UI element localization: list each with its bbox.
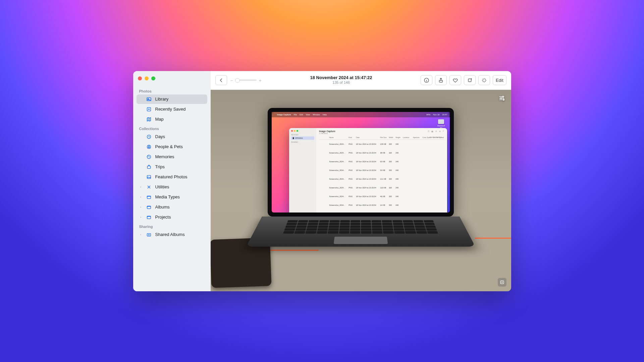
sidebar-item-label: Map — [155, 117, 164, 122]
svg-point-17 — [502, 96, 503, 97]
close-button[interactable] — [138, 76, 142, 80]
folder-icon — [146, 194, 152, 200]
sidebar-item-label: Memories — [155, 154, 174, 159]
sidebar-item-label: Shared Albums — [155, 232, 185, 237]
sidebar-item-label: Library — [155, 97, 169, 102]
sidebar-item-memories[interactable]: Memories — [137, 152, 207, 162]
title-block: 18 November 2024 at 15:47:22 135 of 146 — [265, 75, 417, 85]
table-row: Screenshot_2024...PNG18 Nov 2024 at 15:3… — [319, 201, 444, 209]
memories-icon — [146, 154, 152, 160]
photo-viewer[interactable]: Image Capture File Edit View Window Help… — [211, 90, 511, 291]
live-text-button[interactable] — [498, 278, 506, 287]
sidebar-item-shared-albums[interactable]: ›Shared Albums — [137, 230, 207, 239]
section-sharing: Sharing — [137, 223, 207, 229]
sidebar-item-label: Utilities — [155, 184, 169, 189]
sidebar-item-albums[interactable]: ›Albums — [137, 202, 207, 212]
tools-icon — [146, 184, 152, 190]
ic-device: 📱 CPH2411 — [291, 136, 315, 140]
share-button[interactable] — [435, 75, 447, 85]
back-button[interactable] — [215, 75, 227, 85]
sidebar: Photos Library Recently Saved Map Collec… — [133, 71, 211, 291]
svg-rect-7 — [147, 166, 150, 168]
ic-sidebar: DEVICES 📱 CPH2411 SHARED — [289, 128, 317, 213]
favorite-button[interactable] — [449, 75, 461, 85]
section-photos: Photos — [137, 87, 207, 94]
sidebar-item-library[interactable]: Library — [137, 95, 207, 104]
adjust-overlay-button[interactable] — [497, 95, 506, 102]
sidebar-item-utilities[interactable]: ›Utilities — [137, 182, 207, 192]
table-row: Screenshot_2024...PNG18 Nov 2024 at 15:3… — [319, 157, 444, 166]
sidebar-item-people-pets[interactable]: People & Pets — [137, 142, 207, 152]
svg-rect-20 — [500, 281, 503, 284]
sidebar-item-recently-saved[interactable]: Recently Saved — [137, 105, 207, 114]
info-button[interactable] — [421, 75, 432, 85]
zoom-control[interactable]: − + — [230, 77, 262, 83]
table-row: Screenshot_2024...PNG18 Nov 2024 at 15:3… — [319, 148, 444, 157]
svg-point-18 — [500, 98, 502, 99]
folder-icon — [146, 214, 152, 220]
person-icon — [146, 144, 152, 150]
sidebar-item-trips[interactable]: Trips — [137, 162, 207, 172]
ic-main: ☰▦⟳⊘⤴ Image Capture 1,146 items Image Ca… — [316, 128, 447, 213]
sidebar-item-label: Trips — [155, 164, 165, 169]
svg-rect-8 — [147, 175, 151, 178]
sidebar-item-label: Recently Saved — [155, 107, 186, 112]
photo-title: 18 November 2024 at 15:47:22 — [265, 75, 417, 80]
notch — [349, 108, 372, 112]
ic-columns: Name Kind Date File Size Width Height Lo… — [319, 134, 444, 140]
table-row: Screenshot_2024...PNG18 Nov 2024 at 15:3… — [319, 192, 444, 201]
shared-folder-icon — [146, 232, 152, 238]
photos-window: Photos Library Recently Saved Map Collec… — [133, 71, 511, 291]
zoom-in-icon[interactable]: + — [259, 77, 262, 83]
image-capture-window: DEVICES 📱 CPH2411 SHARED ☰▦⟳⊘⤴ Image Cap… — [289, 128, 447, 213]
table-row: Screenshot_2024...PNG18 Nov 2024 at 15:3… — [319, 209, 444, 213]
zoom-slider[interactable] — [235, 79, 257, 81]
ic-view-controls: ☰▦⟳⊘⤴ — [428, 130, 444, 132]
photo-icon — [146, 174, 152, 180]
sidebar-item-map[interactable]: Map — [137, 115, 207, 124]
sidebar-item-projects[interactable]: ›Projects — [137, 213, 207, 222]
enhance-button[interactable] — [478, 75, 490, 85]
sidebar-item-label: Featured Photos — [155, 174, 187, 179]
sidebar-item-label: People & Pets — [155, 144, 183, 149]
photo-content: Image Capture File Edit View Window Help… — [211, 90, 511, 291]
section-collections: Collections — [137, 125, 207, 131]
window-controls — [137, 75, 207, 86]
svg-point-5 — [148, 145, 150, 147]
table-row: Screenshot_2024...PNG18 Nov 2024 at 15:3… — [319, 183, 444, 192]
sidebar-item-days[interactable]: Days — [137, 132, 207, 141]
laptop-keyboard — [246, 217, 475, 247]
table-row: Screenshot_2024...PNG18 Nov 2024 at 15:3… — [319, 175, 444, 183]
table-row: Screenshot_2024...PNG18 Nov 2024 at 15:3… — [319, 140, 444, 148]
sidebar-item-label: Projects — [155, 215, 171, 220]
svg-rect-12 — [147, 233, 151, 236]
sidebar-item-media-types[interactable]: ›Media Types — [137, 192, 207, 202]
sidebar-item-label: Media Types — [155, 194, 180, 199]
folder-icon — [146, 204, 152, 210]
photo-counter: 135 of 146 — [265, 80, 417, 85]
sidebar-item-label: Albums — [155, 204, 170, 209]
download-icon — [146, 106, 152, 112]
suitcase-icon — [146, 164, 152, 170]
clock-icon — [146, 134, 152, 140]
cable-right — [475, 225, 511, 239]
toolbar: − + 18 November 2024 at 15:47:22 135 of … — [211, 71, 511, 90]
edit-button[interactable]: Edit — [493, 75, 506, 85]
table-row: Screenshot_2024...PNG18 Nov 2024 at 15:3… — [319, 166, 444, 175]
inner-menubar: Image Capture File Edit View Window Help… — [272, 112, 450, 117]
sidebar-item-featured-photos[interactable]: Featured Photos — [137, 172, 207, 182]
zoom-button[interactable] — [151, 76, 155, 80]
laptop-prop: Image Capture File Edit View Window Help… — [268, 108, 454, 283]
minimize-button[interactable] — [145, 76, 149, 80]
svg-rect-16 — [468, 79, 471, 82]
ic-rows: Screenshot_2024...PNG18 Nov 2024 at 15:3… — [319, 140, 444, 213]
svg-point-13 — [148, 234, 149, 235]
library-icon — [146, 96, 152, 102]
zoom-out-icon[interactable]: − — [230, 77, 233, 83]
main-area: − + 18 November 2024 at 15:47:22 135 of … — [211, 71, 511, 291]
macintosh-hd-icon: Macintosh HD — [436, 119, 446, 129]
sidebar-item-label: Days — [155, 134, 165, 139]
rotate-button[interactable] — [464, 75, 476, 85]
laptop-screen: Image Capture File Edit View Window Help… — [268, 108, 454, 217]
map-icon — [146, 116, 152, 122]
